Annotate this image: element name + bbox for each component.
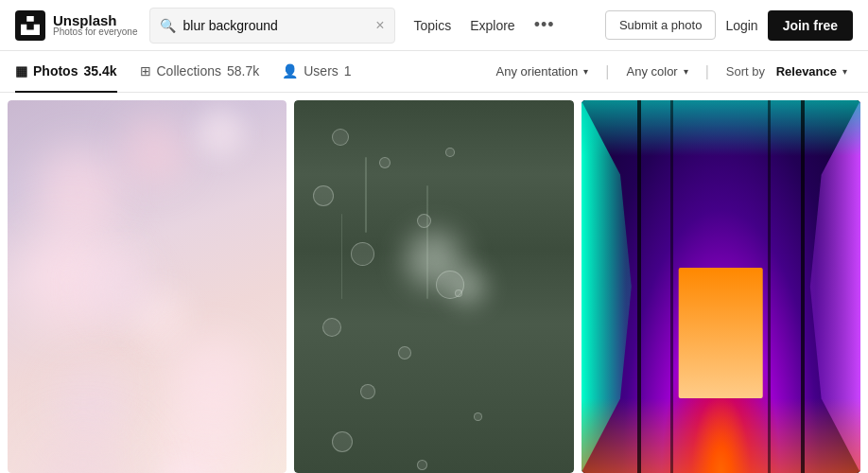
header: Unsplash Photos for everyone 🔍 × Topics …: [0, 0, 868, 51]
submit-photo-button[interactable]: Submit a photo: [605, 10, 716, 40]
nav-more[interactable]: •••: [534, 15, 555, 35]
tab-collections-count: 58.7k: [227, 63, 259, 79]
orientation-chevron-icon: ▾: [583, 66, 588, 77]
photo-grid: [0, 93, 868, 473]
tab-users-count: 1: [344, 63, 352, 79]
sort-chevron-icon: ▾: [842, 66, 847, 77]
search-input[interactable]: [183, 18, 369, 33]
tab-photos[interactable]: ▦ Photos 35.4k: [15, 51, 117, 93]
filter-separator-2: |: [705, 63, 709, 80]
photo-col-3: [582, 100, 860, 473]
search-icon: 🔍: [160, 18, 176, 33]
orientation-label: Any orientation: [496, 64, 579, 79]
clear-search-button[interactable]: ×: [375, 18, 384, 33]
orientation-filter[interactable]: Any orientation ▾: [491, 61, 595, 82]
photo-bokeh[interactable]: [8, 100, 286, 473]
logo-text: Unsplash Photos for everyone: [53, 13, 138, 37]
tab-users[interactable]: 👤 Users 1: [282, 51, 351, 93]
nav-topics[interactable]: Topics: [414, 18, 452, 33]
collections-icon: ⊞: [140, 63, 151, 79]
join-button[interactable]: Join free: [768, 10, 853, 41]
color-label: Any color: [627, 64, 678, 79]
tab-collections-label: Collections: [157, 63, 221, 79]
sort-prefix: Sort by: [726, 64, 765, 79]
logo[interactable]: Unsplash Photos for everyone: [15, 10, 138, 41]
filter-controls: Any orientation ▾ | Any color ▾ | Sort b…: [491, 61, 853, 82]
sub-nav-tabs: ▦ Photos 35.4k ⊞ Collections 58.7k 👤 Use…: [15, 51, 468, 93]
color-chevron-icon: ▾: [684, 66, 688, 77]
search-bar: 🔍 ×: [149, 8, 395, 44]
tab-users-label: Users: [304, 63, 339, 79]
photos-icon: ▦: [15, 63, 27, 79]
header-actions: Submit a photo Login Join free: [605, 10, 853, 41]
neon-ceiling: [582, 100, 860, 156]
photo-rain[interactable]: [294, 100, 573, 473]
main-nav: Topics Explore •••: [414, 15, 594, 35]
tab-collections[interactable]: ⊞ Collections 58.7k: [140, 51, 260, 93]
bokeh-image: [8, 100, 286, 473]
sort-control[interactable]: Sort by Relevance ▾: [720, 61, 853, 82]
tab-photos-label: Photos: [33, 63, 78, 79]
sort-value: Relevance: [776, 64, 837, 79]
rain-image: [294, 100, 573, 473]
photo-col-1: [8, 100, 286, 473]
nav-explore[interactable]: Explore: [470, 18, 514, 33]
logo-icon: [15, 10, 45, 41]
neon-image: [582, 100, 860, 473]
users-icon: 👤: [282, 63, 298, 79]
filter-separator: |: [605, 63, 609, 80]
photo-neon[interactable]: [582, 100, 860, 473]
color-filter[interactable]: Any color ▾: [621, 61, 694, 82]
sub-nav: ▦ Photos 35.4k ⊞ Collections 58.7k 👤 Use…: [0, 51, 868, 93]
photo-col-2: [294, 100, 573, 473]
neon-floor: [582, 398, 860, 473]
tab-photos-count: 35.4k: [83, 63, 116, 79]
neon-center-door: [679, 268, 763, 398]
login-button[interactable]: Login: [725, 18, 757, 33]
